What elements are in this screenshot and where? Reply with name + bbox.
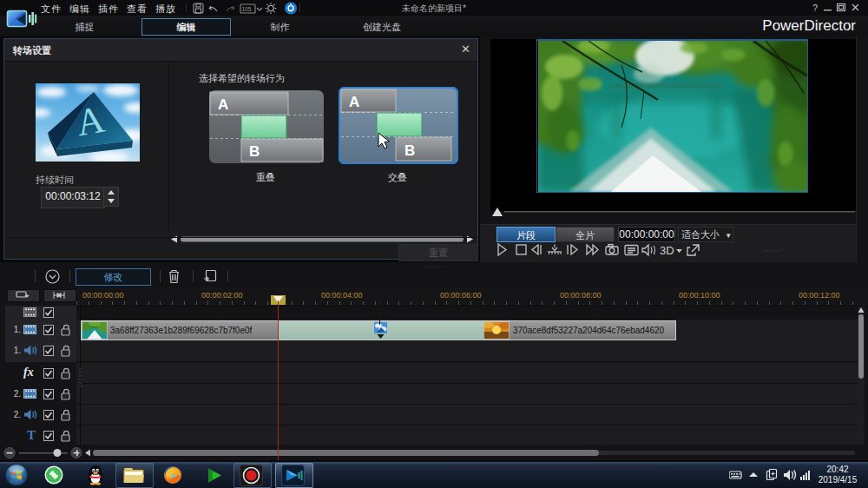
svg-text:A: A	[349, 94, 359, 110]
svg-text:?: ?	[812, 3, 818, 13]
svg-text:3D: 3D	[660, 244, 674, 257]
svg-text:B: B	[249, 143, 260, 160]
svg-text:B: B	[404, 142, 415, 159]
svg-text:A: A	[218, 96, 228, 113]
